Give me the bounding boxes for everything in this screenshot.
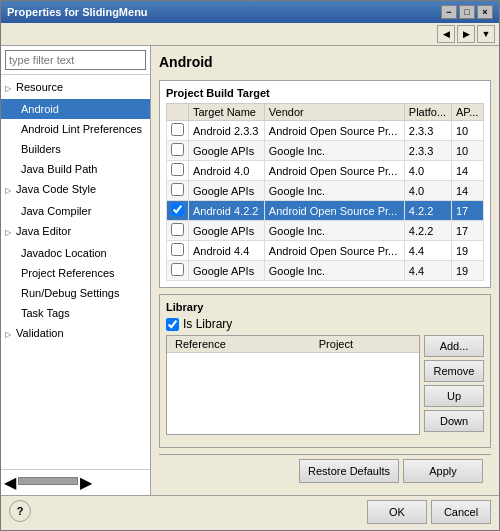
table-row[interactable]: Google APIs Google Inc. 4.0 14 [167, 181, 484, 201]
row-target: Google APIs [189, 181, 265, 201]
library-header: Is Library [166, 317, 484, 331]
sidebar-item-android[interactable]: Android [1, 99, 150, 119]
row-target: Google APIs [189, 261, 265, 281]
sidebar-item-java-compiler[interactable]: Java Compiler [1, 201, 150, 221]
row-checkbox-cell[interactable] [167, 121, 189, 141]
row-checkbox-cell[interactable] [167, 161, 189, 181]
row-vendor: Android Open Source Pr... [264, 201, 404, 221]
restore-defaults-button[interactable]: Restore Defaults [299, 459, 399, 483]
forward-button[interactable]: ▶ [457, 25, 475, 43]
sidebar-item-resource[interactable]: ▷ Resource [1, 77, 150, 99]
sidebar-item-java-code-style[interactable]: ▷ Java Code Style [1, 179, 150, 201]
filter-input[interactable] [5, 50, 146, 70]
row-checkbox-cell[interactable] [167, 261, 189, 281]
sidebar-item-run-debug[interactable]: Run/Debug Settings [1, 283, 150, 303]
row-checkbox[interactable] [171, 203, 184, 216]
main-panel: Android Project Build Target Target Name… [151, 46, 499, 495]
table-row[interactable]: Google APIs Google Inc. 2.3.3 10 [167, 141, 484, 161]
lib-header-row: Reference Project [167, 336, 419, 353]
sidebar-item-task-tags[interactable]: Task Tags [1, 303, 150, 323]
library-label: Library [166, 301, 484, 313]
row-api: 17 [451, 221, 483, 241]
row-target: Google APIs [189, 221, 265, 241]
content-area: ▷ Resource Android Android Lint Preferen… [1, 46, 499, 495]
row-checkbox[interactable] [171, 163, 184, 176]
window-title: Properties for SlidingMenu [7, 6, 148, 18]
panel-title: Android [159, 54, 491, 70]
row-checkbox[interactable] [171, 223, 184, 236]
sidebar-scroll-left[interactable]: ◀ [4, 473, 16, 492]
cancel-button[interactable]: Cancel [431, 500, 491, 524]
row-api: 10 [451, 141, 483, 161]
library-content: Reference Project Add... Remove Up Down [166, 335, 484, 435]
row-vendor: Google Inc. [264, 261, 404, 281]
apply-button[interactable]: Apply [403, 459, 483, 483]
dropdown-button[interactable]: ▼ [477, 25, 495, 43]
add-button[interactable]: Add... [424, 335, 484, 357]
filter-area [1, 46, 150, 75]
sidebar-tree: ▷ Resource Android Android Lint Preferen… [1, 75, 150, 469]
sidebar-item-javadoc[interactable]: Javadoc Location [1, 243, 150, 263]
row-api: 14 [451, 161, 483, 181]
row-platform: 4.4 [404, 241, 451, 261]
row-checkbox[interactable] [171, 143, 184, 156]
sidebar-item-java-editor[interactable]: ▷ Java Editor [1, 221, 150, 243]
sidebar-bottom: ◀ ▶ [1, 469, 150, 495]
row-vendor: Android Open Source Pr... [264, 121, 404, 141]
minimize-button[interactable]: − [441, 5, 457, 19]
table-row[interactable]: Android 4.0 Android Open Source Pr... 4.… [167, 161, 484, 181]
dialog-footer: ? OK Cancel [1, 495, 499, 530]
up-button[interactable]: Up [424, 385, 484, 407]
row-vendor: Google Inc. [264, 221, 404, 241]
row-checkbox[interactable] [171, 263, 184, 276]
table-row[interactable]: Android 4.4 Android Open Source Pr... 4.… [167, 241, 484, 261]
row-target: Android 4.0 [189, 161, 265, 181]
row-target: Android 4.2.2 [189, 201, 265, 221]
row-checkbox[interactable] [171, 123, 184, 136]
scrollbar[interactable] [18, 477, 78, 485]
row-vendor: Google Inc. [264, 181, 404, 201]
sidebar-item-project-refs[interactable]: Project References [1, 263, 150, 283]
table-row[interactable]: Android 2.3.3 Android Open Source Pr... … [167, 121, 484, 141]
help-icon[interactable]: ? [9, 500, 31, 522]
top-toolbar: ◀ ▶ ▼ [1, 23, 499, 46]
table-row[interactable]: Google APIs Google Inc. 4.4 19 [167, 261, 484, 281]
row-checkbox-cell[interactable] [167, 181, 189, 201]
table-row[interactable]: Google APIs Google Inc. 4.2.2 17 [167, 221, 484, 241]
sidebar-item-java-build-path[interactable]: Java Build Path [1, 159, 150, 179]
sidebar-item-android-lint[interactable]: Android Lint Preferences [1, 119, 150, 139]
maximize-button[interactable]: □ [459, 5, 475, 19]
sidebar-item-validation[interactable]: ▷ Validation [1, 323, 150, 345]
row-target: Android 4.4 [189, 241, 265, 261]
lib-col-reference: Reference [167, 336, 311, 353]
sidebar-item-builders[interactable]: Builders [1, 139, 150, 159]
is-library-checkbox[interactable] [166, 318, 179, 331]
build-target-label: Project Build Target [166, 87, 484, 99]
row-api: 19 [451, 261, 483, 281]
sidebar-scroll-right[interactable]: ▶ [80, 473, 92, 492]
row-api: 17 [451, 201, 483, 221]
library-section: Library Is Library Reference Project [159, 294, 491, 448]
lib-table: Reference Project [167, 336, 419, 353]
ok-button[interactable]: OK [367, 500, 427, 524]
down-button[interactable]: Down [424, 410, 484, 432]
row-checkbox-cell[interactable] [167, 241, 189, 261]
row-checkbox-cell[interactable] [167, 201, 189, 221]
row-checkbox-cell[interactable] [167, 221, 189, 241]
is-library-label: Is Library [183, 317, 232, 331]
row-checkbox[interactable] [171, 183, 184, 196]
row-checkbox[interactable] [171, 243, 184, 256]
col-check [167, 104, 189, 121]
row-platform: 4.0 [404, 161, 451, 181]
col-target-name: Target Name [189, 104, 265, 121]
row-platform: 2.3.3 [404, 121, 451, 141]
close-button[interactable]: × [477, 5, 493, 19]
row-platform: 2.3.3 [404, 141, 451, 161]
table-row[interactable]: Android 4.2.2 Android Open Source Pr... … [167, 201, 484, 221]
row-platform: 4.2.2 [404, 201, 451, 221]
row-checkbox-cell[interactable] [167, 141, 189, 161]
remove-button[interactable]: Remove [424, 360, 484, 382]
properties-window: Properties for SlidingMenu − □ × ◀ ▶ ▼ ▷… [0, 0, 500, 531]
table-header-row: Target Name Vendor Platfo... AP... [167, 104, 484, 121]
back-button[interactable]: ◀ [437, 25, 455, 43]
